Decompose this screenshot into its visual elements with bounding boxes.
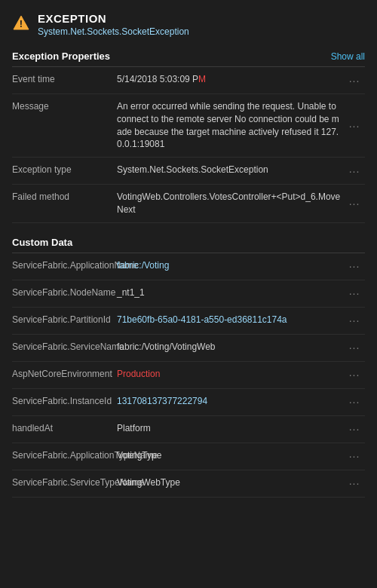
exception-properties-section: Exception Properties Show all Event time…: [0, 46, 377, 223]
prop-menu-node-name[interactable]: ···: [344, 280, 365, 307]
prop-key-app-type-name: ServiceFabric.ApplicationTypeName: [12, 443, 114, 470]
prop-menu-instance-id[interactable]: ···: [344, 389, 365, 415]
prop-value-node-name: _nt1_1: [114, 280, 344, 307]
highlight-M: M: [198, 74, 206, 84]
prop-value-exception-type: System.Net.Sockets.SocketException: [114, 158, 344, 184]
exception-title: EXCEPTION: [38, 12, 189, 25]
warning-triangle-icon: !: [12, 14, 30, 32]
prop-menu-app-type-name[interactable]: ···: [344, 443, 365, 470]
prop-key-event-time: Event time: [12, 67, 114, 93]
prop-value-app-name: fabric:/Voting: [114, 253, 344, 280]
prop-row-service-type-name: ServiceFabric.ServiceTypeName VotingWebT…: [12, 470, 365, 498]
prop-value-partition-id: 71be60fb-65a0-4181-a550-ed36811c174a: [114, 308, 344, 334]
exception-properties-title: Exception Properties: [12, 51, 110, 62]
custom-data-title: Custom Data: [12, 237, 72, 248]
prop-value-env: Production: [114, 362, 344, 388]
prop-value-app-type-name: VotingType: [114, 443, 344, 470]
exception-properties-header: Exception Properties Show all: [12, 46, 365, 67]
prop-menu-handled-at[interactable]: ···: [344, 416, 365, 443]
exception-title-block: EXCEPTION System.Net.Sockets.SocketExcep…: [38, 12, 189, 37]
prop-value-service-type-name: VotingWebType: [114, 470, 344, 497]
prop-menu-partition-id[interactable]: ···: [344, 308, 365, 334]
custom-data-section: Custom Data ServiceFabric.ApplicationNam…: [0, 232, 377, 498]
prop-row-app-name: ServiceFabric.ApplicationName fabric:/Vo…: [12, 253, 365, 280]
prop-menu-event-time[interactable]: ···: [344, 67, 365, 93]
prop-value-service-name: fabric:/Voting/VotingWeb: [114, 335, 344, 361]
prop-row-partition-id: ServiceFabric.PartitionId 71be60fb-65a0-…: [12, 308, 365, 335]
prop-key-app-name: ServiceFabric.ApplicationName: [12, 253, 114, 280]
prop-value-instance-id: 131708137377222794: [114, 389, 344, 415]
prop-row-env: AspNetCoreEnvironment Production ···: [12, 362, 365, 389]
prop-value-failed-method: VotingWeb.Controllers.VotesController+<P…: [114, 185, 344, 222]
prop-menu-service-type-name[interactable]: ···: [344, 470, 365, 497]
prop-key-instance-id: ServiceFabric.InstanceId: [12, 389, 114, 415]
highlight-env: Production: [117, 369, 160, 379]
prop-row-message: Message An error occurred while sending …: [12, 94, 365, 158]
prop-row-app-type-name: ServiceFabric.ApplicationTypeName Voting…: [12, 443, 365, 470]
prop-row-node-name: ServiceFabric.NodeName _nt1_1 ···: [12, 280, 365, 308]
prop-key-service-type-name: ServiceFabric.ServiceTypeName: [12, 470, 114, 497]
prop-menu-env[interactable]: ···: [344, 362, 365, 388]
svg-text:!: !: [20, 18, 23, 29]
prop-value-handled-at: Platform: [114, 416, 344, 443]
prop-row-handled-at: handledAt Platform ···: [12, 416, 365, 443]
prop-key-exception-type: Exception type: [12, 158, 114, 184]
prop-row-exception-type: Exception type System.Net.Sockets.Socket…: [12, 158, 365, 185]
prop-menu-service-name[interactable]: ···: [344, 335, 365, 361]
prop-key-partition-id: ServiceFabric.PartitionId: [12, 308, 114, 334]
link-partition-id: 71be60fb-65a0-4181-a550-ed36811c174a: [117, 314, 287, 325]
prop-key-env: AspNetCoreEnvironment: [12, 362, 114, 388]
prop-row-service-name: ServiceFabric.ServiceName fabric:/Voting…: [12, 335, 365, 362]
link-app-name: fabric:/Voting: [117, 260, 169, 271]
prop-key-message: Message: [12, 94, 114, 157]
prop-menu-exception-type[interactable]: ···: [344, 158, 365, 184]
prop-row-failed-method: Failed method VotingWeb.Controllers.Vote…: [12, 185, 365, 223]
prop-row-instance-id: ServiceFabric.InstanceId 131708137377222…: [12, 389, 365, 416]
prop-menu-failed-method[interactable]: ···: [344, 185, 365, 222]
prop-key-failed-method: Failed method: [12, 185, 114, 222]
prop-menu-app-name[interactable]: ···: [344, 253, 365, 280]
prop-row-event-time: Event time 5/14/2018 5:03:09 PM ···: [12, 67, 365, 94]
prop-key-handled-at: handledAt: [12, 416, 114, 443]
link-instance-id: 131708137377222794: [117, 396, 207, 406]
prop-menu-message[interactable]: ···: [344, 94, 365, 157]
prop-key-node-name: ServiceFabric.NodeName: [12, 280, 114, 307]
prop-key-service-name: ServiceFabric.ServiceName: [12, 335, 114, 361]
prop-value-message: An error occurred while sending the requ…: [114, 94, 344, 157]
exception-subtitle: System.Net.Sockets.SocketException: [38, 26, 189, 37]
prop-value-event-time: 5/14/2018 5:03:09 PM: [114, 67, 344, 93]
exception-header: ! EXCEPTION System.Net.Sockets.SocketExc…: [0, 0, 377, 46]
custom-data-header: Custom Data: [12, 232, 365, 253]
show-all-link[interactable]: Show all: [331, 51, 365, 62]
